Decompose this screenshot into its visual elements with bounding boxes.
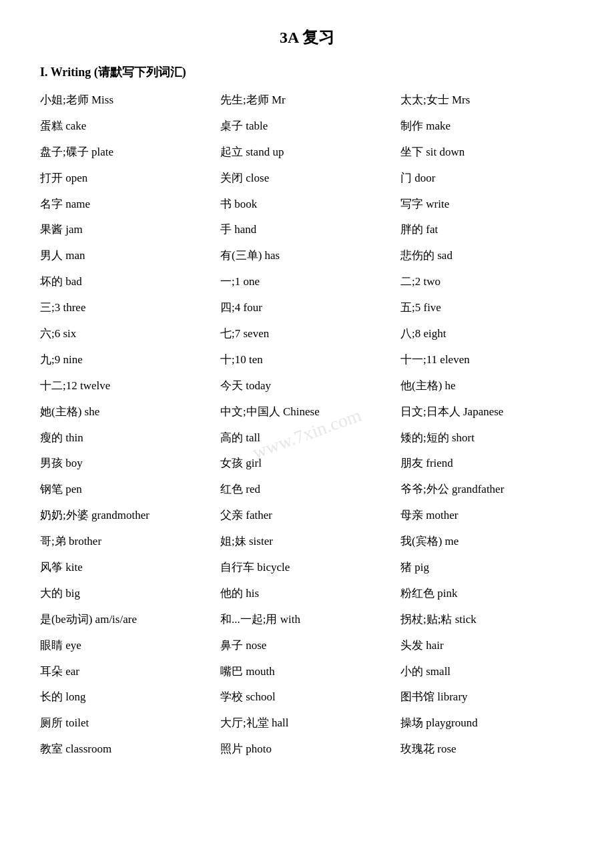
vocab-item: 朋友 friend — [400, 454, 574, 473]
vocab-item: 和...一起;用 with — [220, 610, 394, 630]
vocab-item: 大厅;礼堂 hall — [220, 714, 394, 733]
vocab-item: 胖的 fat — [400, 220, 574, 240]
vocab-item: 十;10 ten — [220, 351, 394, 370]
vocab-item: 姐;妹 sister — [220, 532, 394, 552]
vocab-item: 头发 hair — [400, 636, 574, 656]
vocab-item: 小的 small — [400, 662, 574, 682]
vocab-item: 照片 photo — [220, 740, 394, 759]
vocab-item: 女孩 girl — [220, 454, 394, 473]
vocab-item: 耳朵 ear — [40, 662, 214, 682]
vocab-item: 玫瑰花 rose — [400, 740, 574, 759]
vocab-item: 悲伤的 sad — [400, 246, 574, 266]
vocab-item: 高的 tall — [220, 429, 394, 448]
vocab-item: 图书馆 library — [400, 688, 574, 707]
vocab-item: 十一;11 eleven — [400, 351, 574, 370]
vocab-item: 坏的 bad — [40, 272, 214, 292]
vocab-item: 眼睛 eye — [40, 636, 214, 656]
vocab-item: 男孩 boy — [40, 454, 214, 473]
vocab-item: 母亲 mother — [400, 506, 574, 525]
vocab-item: 钢笔 pen — [40, 480, 214, 499]
vocab-item: 他(主格) he — [400, 377, 574, 396]
vocab-item: 爷爷;外公 grandfather — [400, 480, 574, 499]
vocab-item: 制作 make — [400, 117, 574, 136]
vocab-item: 矮的;短的 short — [400, 429, 574, 448]
vocab-item: 写字 write — [400, 195, 574, 214]
vocab-item: 门 door — [400, 169, 574, 188]
vocab-item: 长的 long — [40, 688, 214, 707]
vocab-item: 书 book — [220, 195, 394, 214]
vocab-item: 我(宾格) me — [400, 532, 574, 552]
vocab-item: 盘子;碟子 plate — [40, 143, 214, 162]
page-title: 3A 复习 — [40, 27, 574, 48]
vocab-item: 大的 big — [40, 584, 214, 604]
vocab-item: 是(be动词) am/is/are — [40, 610, 214, 630]
vocab-item: 她(主格) she — [40, 403, 214, 422]
vocab-item: 四;4 four — [220, 298, 394, 318]
vocab-item: 教室 classroom — [40, 740, 214, 759]
vocab-item: 红色 red — [220, 480, 394, 499]
vocab-item: 自行车 bicycle — [220, 558, 394, 578]
vocab-item: 六;6 six — [40, 324, 214, 344]
vocab-item: 先生;老师 Mr — [220, 91, 394, 110]
vocab-item: 操场 playground — [400, 714, 574, 733]
vocab-item: 他的 his — [220, 584, 394, 604]
vocab-item: 父亲 father — [220, 506, 394, 525]
vocab-item: 九;9 nine — [40, 351, 214, 370]
vocab-item: 果酱 jam — [40, 220, 214, 240]
vocab-item: 日文;日本人 Japanese — [400, 403, 574, 422]
vocab-item: 男人 man — [40, 246, 214, 266]
vocab-item: 二;2 two — [400, 272, 574, 292]
vocab-item: 哥;弟 brother — [40, 532, 214, 552]
vocab-item: 名字 name — [40, 195, 214, 214]
vocab-item: 桌子 table — [220, 117, 394, 136]
vocab-item: 厕所 toilet — [40, 714, 214, 733]
vocab-item: 太太;女士 Mrs — [400, 91, 574, 110]
vocab-item: 鼻子 nose — [220, 636, 394, 656]
vocab-item: 今天 today — [220, 377, 394, 396]
vocab-item: 一;1 one — [220, 272, 394, 292]
vocab-item: 小姐;老师 Miss — [40, 91, 214, 110]
vocab-item: 三;3 three — [40, 298, 214, 318]
vocab-item: 十二;12 twelve — [40, 377, 214, 396]
section-header: I. Writing (请默写下列词汇) — [40, 64, 574, 80]
vocab-item: 起立 stand up — [220, 143, 394, 162]
vocab-item: 坐下 sit down — [400, 143, 574, 162]
vocab-grid: 小姐;老师 Miss先生;老师 Mr太太;女士 Mrs蛋糕 cake桌子 tab… — [40, 91, 574, 759]
vocab-item: 五;5 five — [400, 298, 574, 318]
vocab-item: 手 hand — [220, 220, 394, 240]
vocab-item: 打开 open — [40, 169, 214, 188]
vocab-item: 中文;中国人 Chinese — [220, 403, 394, 422]
vocab-item: 蛋糕 cake — [40, 117, 214, 136]
vocab-item: 关闭 close — [220, 169, 394, 188]
vocab-item: 瘦的 thin — [40, 429, 214, 448]
vocab-item: 有(三单) has — [220, 246, 394, 266]
vocab-item: 风筝 kite — [40, 558, 214, 578]
vocab-item: 八;8 eight — [400, 324, 574, 344]
vocab-item: 拐杖;贴;粘 stick — [400, 610, 574, 630]
vocab-item: 奶奶;外婆 grandmother — [40, 506, 214, 525]
vocab-item: 粉红色 pink — [400, 584, 574, 604]
vocab-item: 猪 pig — [400, 558, 574, 578]
vocab-item: 学校 school — [220, 688, 394, 707]
vocab-item: 七;7 seven — [220, 324, 394, 344]
vocab-item: 嘴巴 mouth — [220, 662, 394, 682]
